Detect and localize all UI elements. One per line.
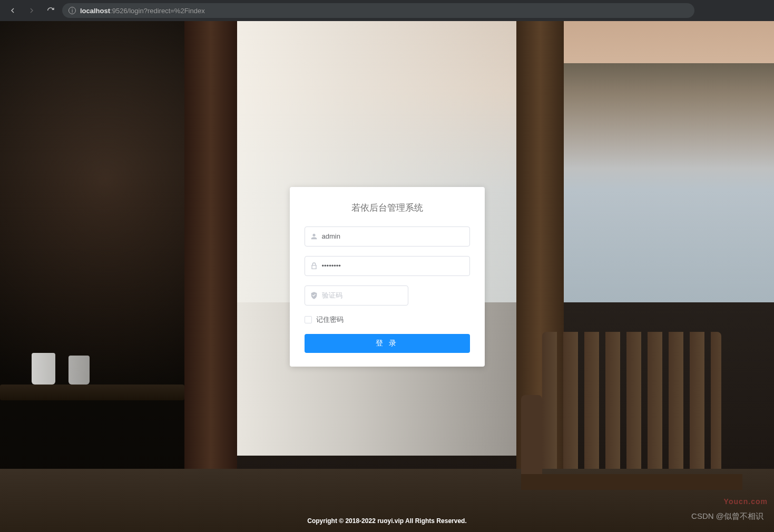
chair-back bbox=[542, 332, 721, 469]
remember-checkbox[interactable] bbox=[305, 316, 312, 323]
watermark-csdn: CSDN @似曾不相识 bbox=[691, 511, 763, 521]
bg-interior bbox=[0, 21, 190, 532]
bg-table bbox=[0, 385, 184, 400]
watermark-site: Youcn.com bbox=[724, 497, 768, 506]
login-card: 若依后台管理系统 记住密码 登 录 bbox=[290, 187, 485, 367]
address-bar[interactable]: i localhost:9526/login?redirect=%2Findex bbox=[62, 3, 694, 18]
bg-trees bbox=[564, 63, 774, 169]
remember-row: 记住密码 bbox=[305, 315, 470, 324]
shield-check-icon bbox=[310, 291, 318, 300]
browser-toolbar: i localhost:9526/login?redirect=%2Findex bbox=[0, 0, 774, 21]
login-title: 若依后台管理系统 bbox=[305, 202, 470, 214]
url-host: localhost bbox=[80, 7, 110, 15]
password-input[interactable] bbox=[305, 256, 470, 276]
chair-seat bbox=[521, 474, 742, 490]
username-input[interactable] bbox=[305, 226, 470, 247]
login-button[interactable]: 登 录 bbox=[305, 334, 470, 353]
site-info-icon[interactable]: i bbox=[68, 7, 76, 14]
footer-copyright: Copyright © 2018-2022 ruoyi.vip All Righ… bbox=[0, 517, 774, 525]
arrow-right-icon bbox=[27, 6, 36, 15]
bg-cup2 bbox=[68, 356, 90, 385]
back-button[interactable] bbox=[5, 3, 20, 18]
url-text: localhost:9526/login?redirect=%2Findex bbox=[80, 7, 205, 15]
captcha-wrap bbox=[305, 285, 409, 306]
user-icon bbox=[310, 232, 318, 241]
bg-chair bbox=[521, 332, 742, 532]
reload-button[interactable] bbox=[43, 3, 58, 18]
remember-label: 记住密码 bbox=[316, 315, 344, 324]
reload-icon bbox=[46, 6, 55, 15]
captcha-input[interactable] bbox=[305, 285, 409, 306]
bg-post-left bbox=[184, 21, 237, 532]
url-path: :9526/login?redirect=%2Findex bbox=[110, 7, 205, 15]
lock-icon bbox=[310, 262, 318, 270]
arrow-left-icon bbox=[8, 6, 17, 15]
forward-button[interactable] bbox=[24, 3, 39, 18]
login-page: 若依后台管理系统 记住密码 登 录 Copyright © 2018-2022 … bbox=[0, 21, 774, 532]
password-wrap bbox=[305, 256, 470, 276]
username-wrap bbox=[305, 226, 470, 247]
bg-cup bbox=[32, 353, 55, 385]
